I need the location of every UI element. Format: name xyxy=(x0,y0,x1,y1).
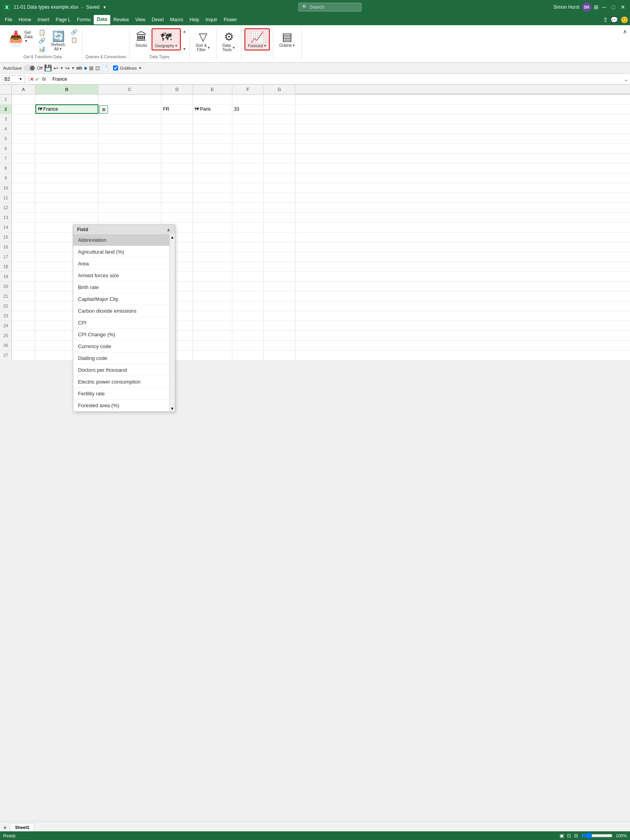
cell-b1[interactable] xyxy=(35,95,98,104)
cell-a7[interactable] xyxy=(12,154,35,163)
cell-b2[interactable]: 🗺 France ⊞ xyxy=(35,104,98,114)
page-icon[interactable]: 📄 xyxy=(102,65,108,71)
cell-f19[interactable] xyxy=(232,272,264,281)
cell-g23[interactable] xyxy=(264,311,295,321)
col-header-c[interactable]: C xyxy=(98,85,161,94)
redo-arrow[interactable]: ▼ xyxy=(71,66,75,70)
cell-b12[interactable] xyxy=(35,203,98,212)
cell-f26[interactable] xyxy=(232,341,264,350)
cell-a17[interactable] xyxy=(12,252,35,261)
cell-g24[interactable] xyxy=(264,321,295,330)
edit-links-btn[interactable]: 🔗 xyxy=(69,28,79,36)
field-item-capital[interactable]: Capital/Major City xyxy=(73,293,175,305)
cell-f24[interactable] xyxy=(232,321,264,330)
cell-d13[interactable] xyxy=(161,213,193,222)
cell-d12[interactable] xyxy=(161,203,193,212)
col-header-e[interactable]: E xyxy=(193,85,232,94)
cell-e19[interactable] xyxy=(193,272,232,281)
cell-g15[interactable] xyxy=(264,232,295,242)
cell-a20[interactable] xyxy=(12,282,35,291)
cell-d10[interactable] xyxy=(161,183,193,193)
cell-b5[interactable] xyxy=(35,134,98,143)
cell-c12[interactable] xyxy=(98,203,161,212)
cell-e5[interactable] xyxy=(193,134,232,143)
cell-b6[interactable] xyxy=(35,144,98,153)
data-tools-arrow[interactable]: ▼ xyxy=(232,46,235,50)
cell-d8[interactable] xyxy=(161,163,193,173)
field-item-dialling[interactable]: Dialling code xyxy=(73,352,175,360)
cell-g4[interactable] xyxy=(264,124,295,134)
menu-file[interactable]: File xyxy=(2,15,15,24)
cell-f23[interactable] xyxy=(232,311,264,321)
cell-f6[interactable] xyxy=(232,144,264,153)
user-avatar[interactable]: SH xyxy=(582,2,591,12)
cell-d7[interactable] xyxy=(161,154,193,163)
menu-view[interactable]: View xyxy=(132,15,148,24)
cell-b3[interactable] xyxy=(35,114,98,124)
geography-button[interactable]: 🗺 Geography ▼ xyxy=(152,28,181,50)
menu-data[interactable]: Data xyxy=(94,15,110,24)
cell-f11[interactable] xyxy=(232,193,264,202)
cell-g6[interactable] xyxy=(264,144,295,153)
cell-a6[interactable] xyxy=(12,144,35,153)
menu-insert[interactable]: Insert xyxy=(34,15,52,24)
cell-g9[interactable] xyxy=(264,173,295,183)
cell-f1[interactable] xyxy=(232,95,264,104)
cell-a13[interactable] xyxy=(12,213,35,222)
undo-arrow[interactable]: ▼ xyxy=(60,66,63,70)
properties-btn[interactable]: 📊 xyxy=(37,45,47,53)
cell-e8[interactable] xyxy=(193,163,232,173)
cell-a15[interactable] xyxy=(12,232,35,242)
confirm-formula-icon[interactable]: ✓ xyxy=(35,76,40,82)
cell-b7[interactable] xyxy=(35,154,98,163)
cell-e15[interactable] xyxy=(193,232,232,242)
circle-icon[interactable]: ● xyxy=(84,65,88,72)
cell-b8[interactable] xyxy=(35,163,98,173)
cell-g2[interactable] xyxy=(264,104,295,114)
cell-g20[interactable] xyxy=(264,282,295,291)
cell-c11[interactable] xyxy=(98,193,161,202)
cell-b10[interactable] xyxy=(35,183,98,193)
col-header-b[interactable]: B xyxy=(35,85,98,94)
field-item-area[interactable]: Area xyxy=(73,258,175,270)
cell-f5[interactable] xyxy=(232,134,264,143)
cell-d2[interactable]: FR xyxy=(161,104,193,114)
field-item-currency[interactable]: Currency code xyxy=(73,341,175,352)
formula-input[interactable] xyxy=(51,76,622,83)
cell-e4[interactable] xyxy=(193,124,232,134)
refresh-all-button[interactable]: 🔄 Refresh All ▼ xyxy=(48,28,68,53)
cell-a11[interactable] xyxy=(12,193,35,202)
cell-d1[interactable] xyxy=(161,95,193,104)
cell-f18[interactable] xyxy=(232,262,264,271)
cell-c2[interactable] xyxy=(98,104,161,114)
field-item-cpi-change[interactable]: CPI Change (%) xyxy=(73,329,175,341)
cell-f12[interactable] xyxy=(232,203,264,212)
cell-g5[interactable] xyxy=(264,134,295,143)
cell-ref-arrow[interactable]: ▼ xyxy=(19,77,22,81)
cell-c6[interactable] xyxy=(98,144,161,153)
cell-f9[interactable] xyxy=(232,173,264,183)
cell-f27[interactable] xyxy=(232,350,264,360)
cell-e26[interactable] xyxy=(193,341,232,350)
cell-g27[interactable] xyxy=(264,350,295,360)
cell-e18[interactable] xyxy=(193,262,232,271)
outline-button[interactable]: ▤ Outline ▼ xyxy=(276,28,298,50)
cell-a5[interactable] xyxy=(12,134,35,143)
cell-e14[interactable] xyxy=(193,223,232,232)
cell-c5[interactable] xyxy=(98,134,161,143)
cell-c3[interactable] xyxy=(98,114,161,124)
menu-inquire[interactable]: Inquir xyxy=(202,15,220,24)
cell-a8[interactable] xyxy=(12,163,35,173)
cell-d3[interactable] xyxy=(161,114,193,124)
cell-g3[interactable] xyxy=(264,114,295,124)
cell-e1[interactable] xyxy=(193,95,232,104)
cell-e10[interactable] xyxy=(193,183,232,193)
layout-icon[interactable]: ⊞ xyxy=(594,4,598,10)
strike-icon[interactable]: ab xyxy=(76,65,82,71)
cell-d9[interactable] xyxy=(161,173,193,183)
cell-f17[interactable] xyxy=(232,252,264,261)
cell-c10[interactable] xyxy=(98,183,161,193)
cell-f4[interactable] xyxy=(232,124,264,134)
cell-f2[interactable]: 33 xyxy=(232,104,264,114)
forecast-button[interactable]: 📈 Forecast ▼ xyxy=(245,28,270,50)
